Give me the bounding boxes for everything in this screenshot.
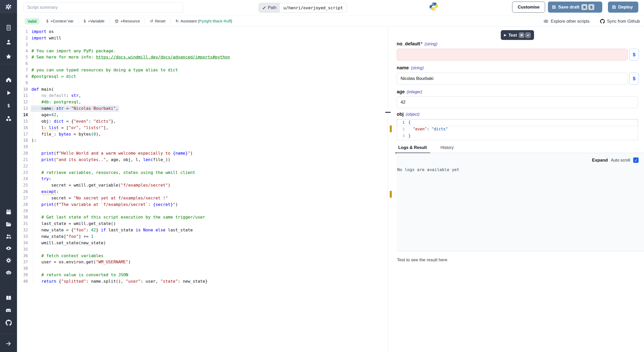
valid-badge: Valid <box>25 18 39 24</box>
code-line[interactable]: 3 <box>17 41 388 48</box>
sidebar-divider-bottom <box>0 334 17 334</box>
code-lines: 1import os2import wmill34# You can impor… <box>17 29 388 285</box>
windmill-logo[interactable] <box>0 0 17 13</box>
calendar-icon[interactable] <box>0 208 17 215</box>
code-line[interactable]: 28 print(f"The variable at `f/examples/s… <box>17 202 388 208</box>
panel-resize-handle[interactable] <box>385 112 391 113</box>
code-line[interactable]: 39 # return value is converted to JSON <box>17 272 388 278</box>
code-line[interactable]: 10def main( <box>17 86 388 93</box>
explore-other-scripts-button[interactable]: Explore other scripts <box>544 19 589 24</box>
cmd-key-badge: ⌘ <box>519 32 524 38</box>
code-line[interactable]: 20 print(f"Hello World and a warm welcom… <box>17 150 388 157</box>
folder-icon[interactable] <box>0 221 17 228</box>
code-line[interactable]: 38 <box>17 265 388 272</box>
code-line[interactable]: 18): <box>17 137 388 144</box>
code-line[interactable]: 14 age=42, <box>17 112 388 118</box>
code-line[interactable]: 11 no_default: str, <box>17 93 388 99</box>
code-line[interactable]: 2import wmill <box>17 35 388 41</box>
insert-variable-button[interactable]: $ <box>629 49 639 61</box>
field-row-age <box>397 96 638 108</box>
deploy-button[interactable]: Deploy <box>608 2 638 13</box>
code-line[interactable]: 27 secret = "No secret yet at f/examples… <box>17 195 388 202</box>
add-context-var-button[interactable]: $ +Context Var <box>41 19 78 23</box>
code-line[interactable]: 26 except: <box>17 189 388 195</box>
code-line[interactable]: 16 l: list = ["or", "lists!"], <box>17 125 388 131</box>
sync-from-github-button[interactable]: Sync from Github <box>600 19 640 24</box>
cubes-icon[interactable] <box>0 115 17 122</box>
dollar-icon[interactable]: $ <box>0 102 17 109</box>
code-line[interactable]: 37 user = os.environ.get("WM_USERNAME") <box>17 259 388 265</box>
json-editor-line[interactable]: 3} <box>397 133 638 139</box>
no-default-input[interactable] <box>397 49 628 61</box>
result-placeholder: Test to see the result here <box>397 257 447 263</box>
field-row-no-default: $ <box>397 49 639 61</box>
code-line[interactable]: 8#postgresql = dict <box>17 73 388 80</box>
code-line[interactable]: 33 new_state["foo"] += 1 <box>17 233 388 240</box>
code-line[interactable]: 25 secret = wmill.get_variable("f/exampl… <box>17 182 388 189</box>
eye-icon[interactable] <box>0 245 17 252</box>
code-line[interactable]: 12 #db: postgresql, <box>17 99 388 105</box>
users-gear-icon[interactable] <box>0 233 17 240</box>
autoscroll-checkbox[interactable]: ✓ <box>633 157 639 163</box>
customise-button[interactable]: Customise <box>512 2 545 13</box>
code-line[interactable]: 4# You can import any PyPi package. <box>17 48 388 54</box>
expand-button[interactable]: Expand <box>592 158 608 163</box>
code-line[interactable]: 19 <box>17 144 388 150</box>
arrow-right-icon[interactable] <box>0 340 17 347</box>
code-editor[interactable]: 1import os2import wmill34# You can impor… <box>17 27 388 352</box>
play-icon: ▶ <box>504 33 506 37</box>
code-line[interactable]: 9 <box>17 80 388 86</box>
field-name: age <box>397 89 405 95</box>
code-line[interactable]: 21 print("and its acolytes..", age, obj,… <box>17 157 388 163</box>
sidebar-divider-top <box>0 64 17 64</box>
github-icon[interactable] <box>0 319 17 326</box>
home-icon[interactable] <box>0 76 17 83</box>
code-line[interactable]: 13····name:·str·=·"Nicolas·Bourbaki", <box>17 105 388 112</box>
save-draft-button[interactable]: Save draft ⌘ S <box>548 2 602 13</box>
code-line[interactable]: 17 file_: bytes = bytes(0), <box>17 131 388 138</box>
discord-icon[interactable] <box>0 307 17 314</box>
code-line[interactable]: 22 <box>17 163 388 170</box>
robot-icon[interactable] <box>0 269 17 276</box>
tab-logs-result[interactable]: Logs & Result <box>397 145 429 153</box>
test-label: Test <box>509 33 517 38</box>
code-line[interactable]: 23 # retrieve variables, resources, stat… <box>17 170 388 176</box>
code-line[interactable]: 5# See here for more info: https://docs.… <box>17 54 388 61</box>
json-editor-line[interactable]: 1{ <box>397 119 638 126</box>
code-line[interactable]: 24 try: <box>17 176 388 182</box>
save-draft-label: Save draft <box>558 5 579 10</box>
header: Path u/henri/overjoyed_script Customise … <box>17 0 644 16</box>
code-line[interactable]: 35 <box>17 246 388 253</box>
code-line[interactable]: 6 <box>17 61 388 67</box>
script-summary-input[interactable] <box>23 2 183 13</box>
add-resource-button[interactable]: +Resource <box>110 19 145 23</box>
tab-history[interactable]: History <box>439 145 456 153</box>
age-input[interactable] <box>397 96 638 108</box>
play-icon[interactable] <box>0 89 17 96</box>
code-line[interactable]: 1import os <box>17 29 388 35</box>
code-line[interactable]: 31 last_state = wmill.get_state() <box>17 221 388 227</box>
book-icon[interactable] <box>0 295 17 301</box>
test-button[interactable]: ▶ Test ⌘ ↵ <box>501 30 534 40</box>
gear-icon[interactable] <box>0 257 17 264</box>
code-line[interactable]: 32 new_state = {"foo": 42} if last_state… <box>17 227 388 233</box>
path-label: Path <box>268 5 276 10</box>
building-icon[interactable] <box>0 24 17 31</box>
add-variable-button[interactable]: $ +Variable <box>79 19 109 23</box>
assistant-button[interactable]: ↻ Assistant (Pyright Black Ruff) <box>171 19 237 23</box>
code-line[interactable]: 15 obj: dict = {"even": "dicts"}, <box>17 118 388 125</box>
code-line[interactable]: 7# you can use typed resources by doing … <box>17 67 388 73</box>
user-icon[interactable] <box>0 39 17 45</box>
reset-button[interactable]: ↺ Reset <box>145 19 170 23</box>
path-button[interactable]: Path u/henri/overjoyed_script <box>259 3 347 13</box>
insert-variable-button[interactable]: $ <box>629 73 639 85</box>
code-line[interactable]: 29 <box>17 208 388 214</box>
obj-json-editor[interactable]: 1{2 "even": "dicts"3} <box>397 119 638 140</box>
star-icon[interactable] <box>0 53 17 60</box>
code-line[interactable]: 36 # fetch context variables <box>17 253 388 259</box>
json-editor-line[interactable]: 2 "even": "dicts" <box>397 126 638 133</box>
name-input[interactable] <box>397 73 628 85</box>
code-line[interactable]: 40 return {"splitted": name.split(), "us… <box>17 278 388 285</box>
code-line[interactable]: 30 # Get last state of this script execu… <box>17 214 388 221</box>
code-line[interactable]: 34 wmill.set_state(new_state) <box>17 240 388 246</box>
